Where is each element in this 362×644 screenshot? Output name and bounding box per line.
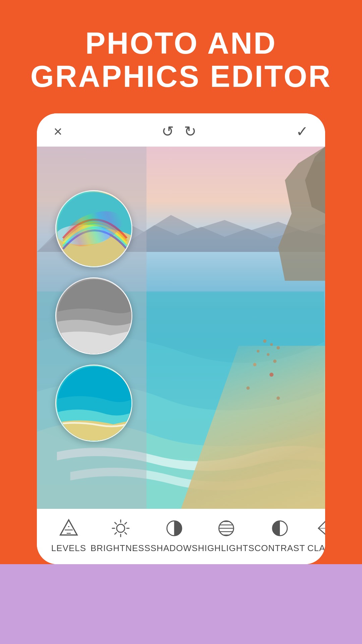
preview-circle-shadows <box>55 277 132 355</box>
lavender-background <box>0 564 362 644</box>
confirm-button[interactable]: ✓ <box>296 123 308 140</box>
close-button[interactable]: × <box>54 123 62 140</box>
svg-line-34 <box>115 523 116 524</box>
brightness-icon <box>109 517 132 540</box>
levels-label: LEVELS <box>51 543 86 553</box>
svg-marker-25 <box>60 520 77 535</box>
tool-clarity[interactable]: CLARITY <box>305 517 325 553</box>
undo-button[interactable]: ↺ <box>162 123 174 140</box>
redo-button[interactable]: ↻ <box>184 123 196 140</box>
image-canvas <box>37 147 325 509</box>
brightness-label: BRIGHTNESS <box>90 543 150 553</box>
svg-line-37 <box>115 533 116 534</box>
preview-circle-vivid <box>55 365 132 442</box>
preview-circle-rainbow <box>55 190 132 267</box>
title-line2: GRAPHICS EDITOR <box>31 60 331 93</box>
app-title: PHOTO AND GRAPHICS EDITOR <box>31 27 331 93</box>
clarity-label: CLARITY <box>307 543 325 553</box>
svg-line-35 <box>125 533 126 534</box>
tool-levels[interactable]: LEVELS <box>47 517 90 553</box>
editor-toolbar: × ↺ ↻ ✓ <box>37 113 325 147</box>
highlights-icon <box>215 517 238 540</box>
shadows-label: SHADOWS <box>150 543 198 553</box>
contrast-icon <box>268 517 291 540</box>
orange-background: PHOTO AND GRAPHICS EDITOR × ↺ ↻ ✓ <box>0 0 362 564</box>
levels-icon <box>57 517 80 540</box>
tool-shadows[interactable]: SHADOWS <box>150 517 198 553</box>
tool-highlights[interactable]: HIGHLIGHTS <box>198 517 254 553</box>
svg-point-29 <box>117 524 125 532</box>
tools-toolbar: LEVELS BRIGHTNESS <box>37 509 325 564</box>
title-line1: PHOTO AND <box>85 26 277 60</box>
cliff <box>258 147 325 281</box>
shadows-icon <box>163 517 186 540</box>
contrast-label: CONTRAST <box>254 543 305 553</box>
tool-contrast[interactable]: CONTRAST <box>254 517 305 553</box>
svg-line-36 <box>125 523 126 524</box>
tool-brightness[interactable]: BRIGHTNESS <box>90 517 150 553</box>
highlights-label: HIGHLIGHTS <box>198 543 254 553</box>
clarity-icon <box>315 517 325 540</box>
preview-circles <box>55 190 132 442</box>
phone-mockup: × ↺ ↻ ✓ <box>37 113 325 564</box>
svg-marker-48 <box>318 520 325 536</box>
undo-redo-group: ↺ ↻ <box>162 123 196 140</box>
